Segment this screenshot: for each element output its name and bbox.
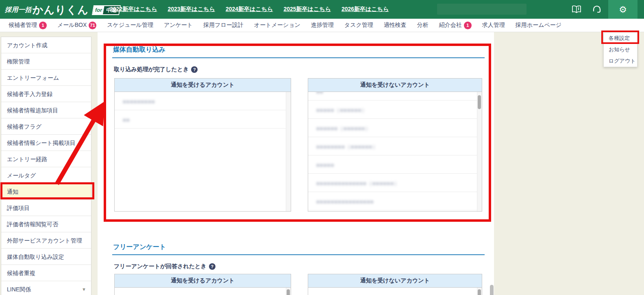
nav-item-survey[interactable]: アンケート xyxy=(159,22,198,29)
nav-item-tasks[interactable]: タスク管理 xyxy=(339,22,379,29)
book-icon xyxy=(572,5,581,13)
sidebar-item-label: エントリー経路 xyxy=(7,156,47,162)
sidebar-item-candidate-duplicates[interactable]: 候補者重複 xyxy=(1,265,91,281)
list-item: ●● xyxy=(308,92,482,101)
header-link-2024[interactable]: 2024新卒はこちら xyxy=(226,6,273,13)
panel-scrollbar-track[interactable] xyxy=(477,92,482,211)
settings-button[interactable]: ⚙ xyxy=(608,0,637,19)
panel2-not-receive-list[interactable] xyxy=(308,288,482,295)
settings-sidebar: アカウント作成 権限管理 エントリーフォーム 候補者手入力登録 候補者情報追加項… xyxy=(1,37,91,295)
sidebar-item-manual-entry[interactable]: 候補者手入力登録 xyxy=(1,86,91,102)
headset-icon xyxy=(592,5,601,13)
nav-item-mailbox[interactable]: メールBOX71 xyxy=(52,22,102,29)
panel2-receive-list[interactable] xyxy=(115,288,291,295)
nav-label: 分析 xyxy=(417,22,429,29)
section-free-survey-trigger: フリーアンケートが回答されたとき ? xyxy=(114,263,215,270)
panel2-receive-header: 通知を受けるアカウント xyxy=(115,274,291,288)
sidebar-item-evaluation-items[interactable]: 評価項目 xyxy=(1,200,91,216)
sidebar-item-candidate-flags[interactable]: 候補者フラグ xyxy=(1,118,91,135)
list-item: ●●●●●（●●●●●●） xyxy=(308,101,482,119)
panel-receive-list[interactable]: ●●●●●●●●● ●● xyxy=(115,92,291,211)
nav-item-aptitude-test[interactable]: 適性検査 xyxy=(379,22,412,29)
help-icon[interactable]: ? xyxy=(209,263,215,270)
panel-not-receive-accounts: 通知を受けないアカウント ●● ●●●●●（●●●●●●） ●●●●●●（●●●… xyxy=(308,78,482,212)
logo-main: かんりくん xyxy=(33,3,89,17)
panel2-not-receive-header: 通知を受けないアカウント xyxy=(308,274,482,288)
sidebar-item-external-accounts[interactable]: 外部サービスアカウント管理 xyxy=(1,232,91,249)
nav-label: メールBOX xyxy=(57,22,87,29)
panel-scrollbar-thumb[interactable] xyxy=(287,289,290,295)
nav-label: 適性検査 xyxy=(384,22,407,29)
panel2-receive-accounts: 通知を受けるアカウント xyxy=(114,274,291,295)
help-icon[interactable]: ? xyxy=(191,66,198,73)
chevron-down-icon: ▼ xyxy=(82,281,86,295)
nav-item-jobs[interactable]: 求人管理 xyxy=(477,22,510,29)
sidebar-item-label: 候補者情報追加項目 xyxy=(7,107,58,114)
sidebar-item-label: 通知 xyxy=(7,188,18,195)
list-item: ●● xyxy=(115,110,291,129)
sidebar-item-label: 権限管理 xyxy=(7,58,30,65)
sidebar-item-notifications[interactable]: 通知 xyxy=(1,184,91,200)
sidebar-item-media-import-settings[interactable]: 媒体自動取り込み設定 xyxy=(1,249,91,265)
sidebar-item-label: 評価者情報閲覧可否 xyxy=(7,221,58,227)
panel-scrollbar-thumb[interactable] xyxy=(478,289,481,295)
nav-item-candidates[interactable]: 候補者管理1 xyxy=(3,22,52,29)
header-link-2023[interactable]: 2023新卒はこちら xyxy=(168,6,215,13)
sidebar-item-extra-fields[interactable]: 候補者情報追加項目 xyxy=(1,102,91,118)
header-link-2022[interactable]: 2022新卒はこちら xyxy=(110,6,157,13)
nav-label: 採用フロー設計 xyxy=(203,22,244,29)
logo-badge-for: for xyxy=(93,6,104,14)
nav-label: タスク管理 xyxy=(344,22,373,29)
list-item: ●●●●●●●●●●●●●●（●●●●●●） xyxy=(308,174,482,192)
nav-item-schedule[interactable]: スケジュール管理 xyxy=(102,22,159,29)
nav-label: 候補者管理 xyxy=(9,22,37,29)
panel-scrollbar-track[interactable] xyxy=(286,92,291,211)
list-item: ●●●●● xyxy=(308,155,482,174)
sidebar-item-label: 候補者重複 xyxy=(7,270,35,276)
nav-item-agencies[interactable]: 紹介会社1 xyxy=(434,22,477,29)
content-scrollbar[interactable] xyxy=(490,285,494,295)
nav-label: 採用ホームページ xyxy=(516,22,561,29)
nav-label: 紹介会社 xyxy=(439,22,462,29)
menu-item-news[interactable]: お知らせ xyxy=(604,44,637,55)
sidebar-item-label: 候補者フラグ xyxy=(7,123,41,130)
sidebar-item-permissions[interactable]: 権限管理 xyxy=(1,53,91,70)
manual-button[interactable] xyxy=(567,0,586,19)
header-link-2025[interactable]: 2025新卒はこちら xyxy=(283,6,331,13)
header-links: 2022新卒はこちら 2023新卒はこちら 2024新卒はこちら 2025新卒は… xyxy=(110,0,389,19)
panel-not-receive-list[interactable]: ●● ●●●●●（●●●●●●） ●●●●●●（●●●●●●） ●●●●●●●●… xyxy=(308,92,482,211)
support-button[interactable] xyxy=(587,0,606,19)
sidebar-item-evaluator-visibility[interactable]: 評価者情報閲覧可否 xyxy=(1,216,91,232)
company-name-redacted xyxy=(437,4,527,15)
list-item: ●●●●●●（●●●●●●） xyxy=(308,119,482,137)
sidebar-item-entry-form[interactable]: エントリーフォーム xyxy=(1,70,91,86)
menu-item-various-settings[interactable]: 各種設定 xyxy=(604,33,637,44)
sidebar-item-mail-tags[interactable]: メールタグ xyxy=(1,167,91,184)
panel-receive-header: 通知を受けるアカウント xyxy=(115,79,291,92)
nav-item-career-site[interactable]: 採用ホームページ xyxy=(510,22,567,29)
panel2-not-receive-accounts: 通知を受けないアカウント xyxy=(308,274,482,295)
nav-badge: 1 xyxy=(39,22,47,29)
nav-item-automation[interactable]: オートメーション xyxy=(249,22,306,29)
sidebar-item-label: 外部サービスアカウント管理 xyxy=(7,237,82,244)
sidebar-item-line[interactable]: LINE関係▼ xyxy=(1,281,91,295)
header-link-2026[interactable]: 2026新卒はこちら xyxy=(342,6,389,13)
sidebar-item-sheet-fields[interactable]: 候補者情報シート掲載項目 xyxy=(1,135,91,151)
section-media-import-title: 媒体自動取り込み xyxy=(113,46,165,54)
nav-badge: 71 xyxy=(89,22,96,29)
sidebar-item-label: 候補者情報シート掲載項目 xyxy=(7,140,76,146)
sidebar-item-entry-route[interactable]: エントリー経路 xyxy=(1,151,91,167)
nav-item-progress[interactable]: 進捗管理 xyxy=(306,22,339,29)
nav-item-analytics[interactable]: 分析 xyxy=(412,22,434,29)
sidebar-item-account-create[interactable]: アカウント作成 xyxy=(1,37,91,53)
nav-label: スケジュール管理 xyxy=(107,22,153,29)
nav-label: 求人管理 xyxy=(482,22,505,29)
nav-label: アンケート xyxy=(164,22,193,29)
section-free-survey-title: フリーアンケート xyxy=(113,243,166,251)
panel-scrollbar-track[interactable] xyxy=(477,288,482,295)
logo-prefix: 採用一括 xyxy=(5,6,32,14)
menu-item-logout[interactable]: ログアウト xyxy=(604,55,637,67)
nav-item-flow-design[interactable]: 採用フロー設計 xyxy=(198,22,249,29)
panel-scrollbar-track[interactable] xyxy=(286,288,291,295)
panel-scrollbar-thumb[interactable] xyxy=(478,95,481,109)
